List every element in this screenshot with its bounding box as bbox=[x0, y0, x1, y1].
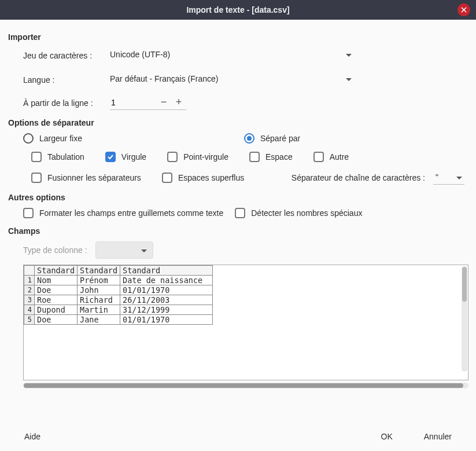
section-other-title: Autres options bbox=[8, 193, 464, 202]
table-row: 5DoeJane01/01/1970 bbox=[24, 315, 213, 325]
cell[interactable]: Dupond bbox=[35, 305, 78, 315]
check-other-label: Autre bbox=[330, 152, 349, 162]
check-special-label: Détecter les nombres spéciaux bbox=[251, 208, 362, 218]
check-merge[interactable]: Fusionner les séparateurs bbox=[31, 173, 141, 183]
preview-pane[interactable]: StandardStandardStandard1NomPrénomDate d… bbox=[23, 265, 468, 380]
section-separator-title: Options de séparateur bbox=[8, 118, 464, 127]
cell[interactable]: 31/12/1999 bbox=[120, 305, 213, 315]
section-fields-title: Champs bbox=[8, 226, 464, 236]
preview-table: StandardStandardStandard1NomPrénomDate d… bbox=[24, 265, 213, 325]
checkbox-icon bbox=[167, 152, 178, 162]
row-number: 1 bbox=[24, 276, 35, 285]
scroll-thumb[interactable] bbox=[462, 267, 467, 302]
horizontal-scrollbar[interactable] bbox=[23, 383, 468, 388]
column-type-header[interactable]: Standard bbox=[120, 266, 213, 276]
chevron-down-icon bbox=[141, 245, 147, 255]
check-trim[interactable]: Espaces superflus bbox=[162, 173, 244, 183]
table-row: 4DupondMartin31/12/1999 bbox=[24, 305, 213, 315]
from-row-input[interactable] bbox=[110, 97, 156, 108]
spinner-plus[interactable]: + bbox=[171, 96, 186, 108]
from-row-label: À partir de la ligne : bbox=[23, 98, 110, 108]
close-button[interactable] bbox=[457, 3, 470, 16]
language-value: Par défaut - Français (France) bbox=[110, 74, 219, 83]
checkbox-icon bbox=[23, 208, 34, 218]
scroll-thumb[interactable] bbox=[24, 383, 463, 388]
cell[interactable]: 26/11/2003 bbox=[120, 295, 213, 305]
coltype-label: Type de colonne : bbox=[23, 245, 87, 255]
check-space[interactable]: Espace bbox=[249, 152, 293, 162]
radio-separated-by-label: Séparé par bbox=[260, 134, 300, 143]
check-tab[interactable]: Tabulation bbox=[31, 152, 84, 162]
cell[interactable]: Nom bbox=[35, 276, 78, 285]
check-merge-label: Fusionner les séparateurs bbox=[47, 173, 141, 182]
radio-fixed-width[interactable]: Largeur fixe bbox=[23, 133, 82, 144]
radio-fixed-width-label: Largeur fixe bbox=[39, 134, 82, 143]
radio-separated-by[interactable]: Séparé par bbox=[244, 133, 300, 144]
charset-select[interactable]: Unicode (UTF-8) bbox=[110, 47, 359, 64]
charset-value: Unicode (UTF-8) bbox=[110, 50, 170, 59]
table-row: 3RoeRichard26/11/2003 bbox=[24, 295, 213, 305]
column-type-header[interactable]: Standard bbox=[35, 266, 78, 276]
check-space-label: Espace bbox=[265, 152, 293, 162]
radio-icon bbox=[244, 133, 254, 144]
row-number: 5 bbox=[24, 315, 35, 325]
chevron-down-icon bbox=[346, 50, 352, 59]
table-row: 2DoeJohn01/01/1970 bbox=[24, 285, 213, 295]
checkbox-icon bbox=[249, 152, 260, 162]
dialog-footer: Aide OK Annuler bbox=[0, 422, 476, 451]
cell[interactable]: Doe bbox=[35, 315, 78, 325]
row-number: 2 bbox=[24, 285, 35, 295]
cell[interactable]: John bbox=[78, 285, 120, 295]
check-trim-label: Espaces superflus bbox=[178, 173, 244, 182]
cell[interactable]: 01/01/1970 bbox=[120, 315, 213, 325]
checkbox-icon bbox=[162, 173, 172, 183]
cell[interactable]: Prénom bbox=[78, 276, 120, 285]
radio-icon bbox=[23, 133, 34, 144]
cell[interactable]: 01/01/1970 bbox=[120, 285, 213, 295]
checkbox-icon bbox=[105, 152, 116, 162]
check-semicolon[interactable]: Point-virgule bbox=[167, 152, 228, 162]
check-comma-label: Virgule bbox=[121, 152, 146, 162]
cell[interactable]: Date de naissance bbox=[120, 276, 213, 285]
charset-label: Jeu de caractères : bbox=[23, 51, 110, 60]
string-delim-label: Séparateur de chaîne de caractères : bbox=[291, 173, 425, 182]
check-tab-label: Tabulation bbox=[47, 152, 84, 162]
cell[interactable]: Martin bbox=[78, 305, 120, 315]
check-semicolon-label: Point-virgule bbox=[183, 152, 228, 162]
close-icon bbox=[461, 7, 467, 13]
language-label: Langue : bbox=[23, 75, 110, 85]
row-number: 4 bbox=[24, 305, 35, 315]
cell[interactable]: Doe bbox=[35, 285, 78, 295]
ok-button[interactable]: OK bbox=[374, 428, 400, 445]
check-special-numbers[interactable]: Détecter les nombres spéciaux bbox=[235, 208, 362, 218]
window-title: Import de texte - [data.csv] bbox=[186, 5, 289, 14]
check-quoted-as-text[interactable]: Formater les champs entre guillemets com… bbox=[23, 208, 223, 218]
column-type-header[interactable]: Standard bbox=[78, 266, 120, 276]
from-row-spinner[interactable]: − + bbox=[110, 96, 186, 110]
chevron-down-icon bbox=[456, 173, 462, 182]
check-comma[interactable]: Virgule bbox=[105, 152, 146, 162]
chevron-down-icon bbox=[346, 74, 352, 83]
section-import-title: Importer bbox=[8, 32, 464, 42]
checkbox-icon bbox=[235, 208, 245, 218]
cell[interactable]: Jane bbox=[78, 315, 120, 325]
row-number: 3 bbox=[24, 295, 35, 305]
string-delim-select[interactable]: " bbox=[433, 170, 464, 185]
help-button[interactable]: Aide bbox=[17, 428, 47, 445]
string-delim-value: " bbox=[436, 173, 438, 182]
cancel-button[interactable]: Annuler bbox=[417, 428, 459, 445]
coltype-select[interactable] bbox=[95, 241, 153, 259]
checkbox-icon bbox=[31, 173, 42, 183]
checkbox-icon bbox=[313, 152, 324, 162]
table-row: 1NomPrénomDate de naissance bbox=[24, 276, 213, 285]
vertical-scrollbar[interactable] bbox=[462, 266, 467, 372]
check-other[interactable]: Autre bbox=[313, 152, 349, 162]
spinner-minus[interactable]: − bbox=[156, 96, 171, 108]
checkbox-icon bbox=[31, 152, 42, 162]
titlebar: Import de texte - [data.csv] bbox=[0, 0, 476, 20]
cell[interactable]: Roe bbox=[35, 295, 78, 305]
check-quoted-label: Formater les champs entre guillemets com… bbox=[39, 208, 223, 218]
cell[interactable]: Richard bbox=[78, 295, 120, 305]
language-select[interactable]: Par défaut - Français (France) bbox=[110, 72, 359, 88]
